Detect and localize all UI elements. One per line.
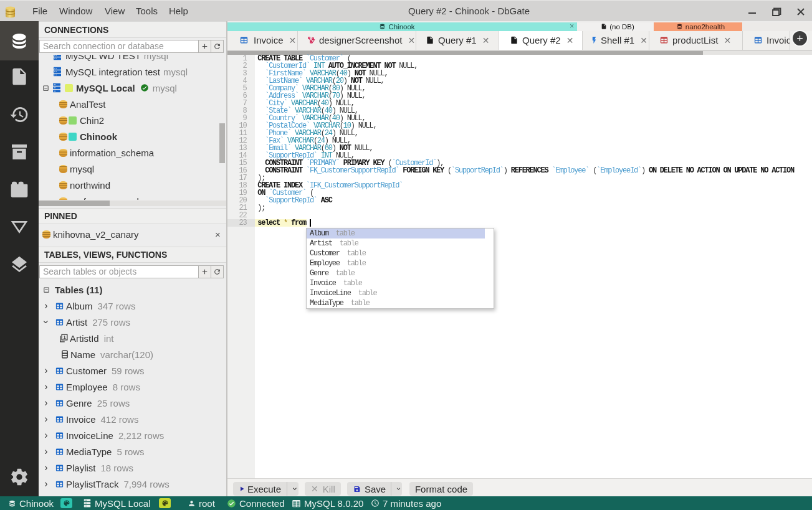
svg-text:1: 1 <box>63 334 65 340</box>
